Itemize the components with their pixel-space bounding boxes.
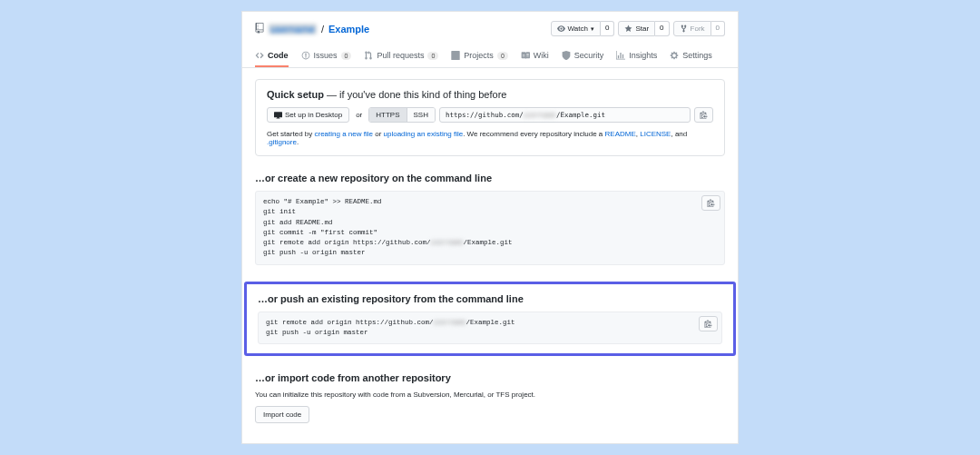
readme-link[interactable]: README [605, 130, 636, 138]
section-create-title: …or create a new repository on the comma… [255, 173, 725, 183]
fork-group: Fork 0 [673, 21, 725, 36]
fork-icon [680, 25, 688, 33]
shield-icon [562, 51, 571, 60]
tab-issues-count: 0 [341, 52, 352, 60]
clipboard-icon [700, 111, 708, 119]
section-import: …or import code from another repository … [255, 372, 725, 423]
path-separator: / [321, 24, 324, 35]
code-icon [255, 51, 264, 60]
watch-label: Watch [568, 24, 588, 34]
tab-issues-label: Issues [314, 51, 338, 60]
tab-issues[interactable]: Issues 0 [301, 45, 352, 67]
https-button[interactable]: HTTPS [369, 108, 406, 122]
book-icon [521, 51, 530, 60]
ssh-button[interactable]: SSH [407, 108, 435, 122]
repo-content: Quick setup — if you've done this kind o… [242, 68, 738, 443]
repo-owner-link[interactable]: username [269, 24, 317, 35]
tab-settings-label: Settings [682, 51, 712, 60]
star-count[interactable]: 0 [655, 21, 669, 36]
repo-name-link[interactable]: Example [328, 24, 369, 35]
tab-code-label: Code [268, 51, 289, 60]
section-import-title: …or import code from another repository [255, 372, 725, 383]
eye-icon [557, 25, 565, 33]
desktop-button-label: Set up in Desktop [285, 111, 342, 119]
desktop-icon [274, 111, 282, 119]
caret-down-icon: ▾ [591, 25, 594, 34]
quick-setup-title-rest: — if you've done this kind of thing befo… [324, 89, 506, 100]
section-create-repo: …or create a new repository on the comma… [255, 173, 725, 265]
tab-insights[interactable]: Insights [616, 45, 657, 67]
tab-insights-label: Insights [629, 51, 657, 60]
protocol-toggle: HTTPS SSH [368, 107, 436, 123]
tab-wiki-label: Wiki [534, 51, 549, 60]
import-help-text: You can initialize this repository with … [255, 391, 725, 399]
section-push-title: …or push an existing repository from the… [258, 293, 722, 304]
gear-icon [670, 51, 679, 60]
create-file-link[interactable]: creating a new file [314, 130, 372, 138]
watch-count[interactable]: 0 [601, 21, 614, 36]
repo-icon [255, 23, 264, 35]
watch-group: Watch ▾ 0 [551, 21, 615, 36]
gitignore-link[interactable]: .gitignore [267, 138, 297, 146]
fork-button[interactable]: Fork [673, 21, 711, 36]
repo-tabs: Code Issues 0 Pull requests 0 Projects 0… [242, 45, 738, 68]
setup-desktop-button[interactable]: Set up in Desktop [267, 107, 349, 123]
repo-header: username / Example Watch ▾ 0 Star 0 [242, 12, 738, 36]
fork-count[interactable]: 0 [711, 21, 725, 36]
tab-code[interactable]: Code [255, 45, 289, 67]
star-label: Star [635, 24, 649, 34]
quick-setup-help: Get started by creating a new file or up… [267, 130, 713, 146]
issue-icon [301, 51, 310, 60]
tab-pulls-label: Pull requests [377, 51, 424, 60]
clipboard-icon [704, 320, 712, 328]
create-code-block[interactable]: echo "# Example" >> README.md git init g… [255, 191, 725, 265]
license-link[interactable]: LICENSE [640, 130, 671, 138]
quick-setup-box: Quick setup — if you've done this kind o… [255, 79, 725, 156]
tab-pulls-count: 0 [427, 52, 438, 60]
section-push-repo: …or push an existing repository from the… [244, 282, 736, 357]
tab-projects[interactable]: Projects 0 [451, 45, 507, 67]
tab-wiki[interactable]: Wiki [521, 45, 549, 67]
push-code-block[interactable]: git remote add origin https://github.com… [258, 312, 722, 345]
clone-url-row: Set up in Desktop or HTTPS SSH https://g… [267, 107, 713, 123]
copy-create-button[interactable] [701, 195, 720, 211]
project-icon [451, 51, 460, 60]
copy-push-button[interactable] [699, 316, 718, 331]
fork-label: Fork [691, 24, 705, 34]
star-group: Star 0 [618, 21, 669, 36]
pr-icon [364, 51, 373, 60]
graph-icon [616, 51, 625, 60]
star-button[interactable]: Star [618, 21, 655, 36]
clipboard-icon [707, 199, 715, 207]
import-code-button[interactable]: Import code [255, 406, 309, 423]
repo-path: username / Example [255, 23, 369, 35]
tab-security-label: Security [574, 51, 604, 60]
quick-setup-title-strong: Quick setup [267, 89, 324, 100]
star-icon [624, 25, 632, 33]
quick-setup-title: Quick setup — if you've done this kind o… [267, 89, 713, 100]
tab-security[interactable]: Security [562, 45, 604, 67]
copy-url-button[interactable] [694, 107, 713, 123]
upload-file-link[interactable]: uploading an existing file [384, 130, 464, 138]
tab-settings[interactable]: Settings [670, 45, 712, 67]
github-repo-window: username / Example Watch ▾ 0 Star 0 [241, 11, 739, 444]
repo-actions: Watch ▾ 0 Star 0 Fork 0 [551, 21, 725, 36]
clone-url-field[interactable]: https://github.com/username/Example.git [439, 107, 691, 123]
tab-projects-count: 0 [497, 52, 508, 60]
tab-projects-label: Projects [464, 51, 494, 60]
or-text: or [356, 111, 362, 119]
watch-button[interactable]: Watch ▾ [551, 21, 601, 36]
tab-pulls[interactable]: Pull requests 0 [364, 45, 438, 67]
